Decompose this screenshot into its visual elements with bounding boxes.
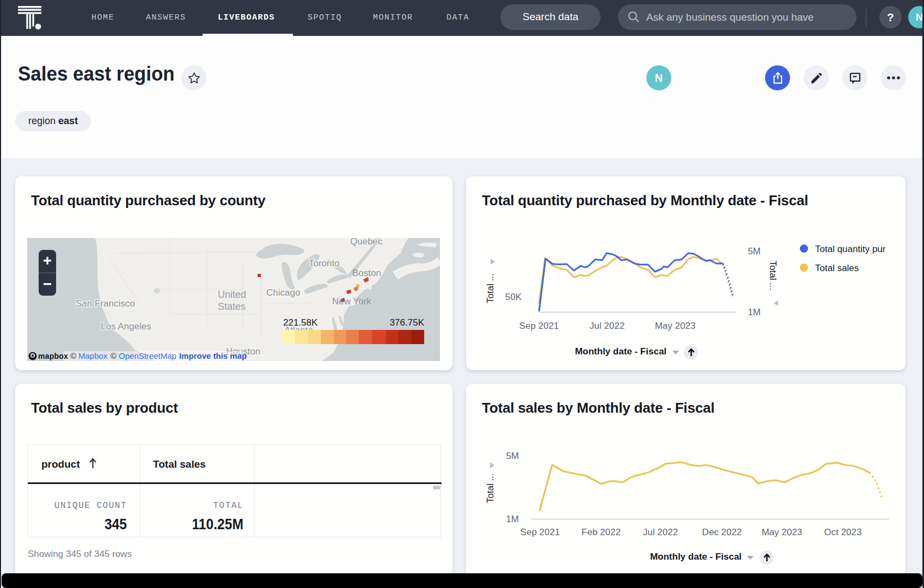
svg-text:mapbox: mapbox xyxy=(38,352,68,360)
svg-text:Chicago: Chicago xyxy=(266,287,300,298)
svg-text:©: © xyxy=(70,351,76,360)
svg-text:Toronto: Toronto xyxy=(309,258,340,268)
svg-text:United: United xyxy=(218,289,246,300)
svg-text:San Francisco: San Francisco xyxy=(76,298,135,309)
svg-text:Boston: Boston xyxy=(352,268,381,278)
svg-text:Quebec: Quebec xyxy=(350,238,383,247)
svg-text:©: © xyxy=(111,351,117,360)
svg-text:States: States xyxy=(218,301,246,312)
svg-text:OpenStreetMap: OpenStreetMap xyxy=(119,351,176,360)
svg-text:Improve this map: Improve this map xyxy=(179,351,247,360)
svg-text:New York: New York xyxy=(332,296,371,307)
svg-text:376.75K: 376.75K xyxy=(390,317,425,328)
svg-text:221.58K: 221.58K xyxy=(283,317,318,328)
svg-text:Mapbox: Mapbox xyxy=(78,351,108,360)
svg-text:Los Angeles: Los Angeles xyxy=(101,321,151,332)
